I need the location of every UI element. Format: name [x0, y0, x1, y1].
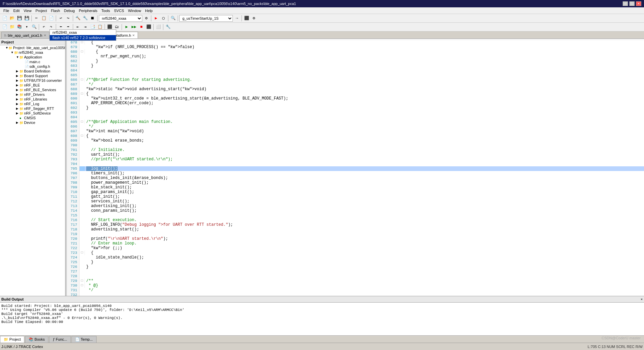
tree-nrf-libraries[interactable]: ▶ 📁 nRF_Libraries	[0, 97, 65, 102]
menu-window[interactable]: Window	[126, 8, 143, 13]
code-line-722: 722 "kw">for (;;)	[67, 246, 644, 250]
code-line-684: 684	[67, 68, 644, 73]
download-button[interactable]: ▶	[153, 15, 159, 22]
target-dropdown[interactable]: nrf52840_xxaa	[99, 15, 142, 22]
cut-button[interactable]: ✂	[33, 15, 40, 22]
line-number: 681	[67, 54, 79, 59]
tb2-btn4[interactable]: 🔍	[31, 24, 37, 30]
menu-peripherals[interactable]: Peripherals	[77, 8, 100, 13]
menu-tools[interactable]: Tools	[100, 8, 112, 13]
fold-marker[interactable]: □	[79, 77, 85, 82]
tree-board-support[interactable]: ▶ 📁 Board Support	[0, 73, 65, 78]
fold-marker[interactable]: □	[79, 134, 85, 138]
stop-build-button[interactable]: ⏹	[89, 15, 96, 22]
menu-help[interactable]: Help	[143, 8, 155, 13]
tb2-btn1[interactable]: 📄	[1, 24, 8, 30]
tb2-btn17[interactable]: ■	[138, 24, 145, 30]
redo-button[interactable]: ↪	[65, 15, 71, 22]
fold-marker[interactable]: □	[79, 49, 85, 54]
build-output-close[interactable]: ✕	[641, 297, 643, 301]
code-content: }	[85, 63, 644, 68]
menu-view[interactable]: View	[22, 8, 34, 13]
tb2-dropdown[interactable]: ▾	[23, 24, 30, 30]
tree-project-root[interactable]: ▼ 📁 Project: ble_app_uart_pca10056_s140	[0, 45, 65, 50]
tab-close-1[interactable]: ✕	[44, 34, 46, 37]
folder-icon: 📁	[19, 121, 24, 125]
tree-application[interactable]: ▼ 📁 Application	[0, 55, 65, 59]
tree-device[interactable]: ▶ 📁 Device	[0, 120, 65, 125]
line-number: 723	[67, 250, 79, 255]
copy-button[interactable]: 📋	[40, 15, 47, 22]
code-line-681: 681 nrf_pwr_mgmt_run();	[67, 54, 644, 59]
target-settings-button[interactable]: ⚙	[143, 15, 150, 22]
search-button[interactable]: 🔍	[170, 15, 176, 22]
function-dropdown[interactable]: g_usTimerStartUp_1S	[179, 15, 233, 22]
bottom-tab-project[interactable]: 📁 Project	[0, 336, 24, 343]
fold-marker[interactable]: □	[79, 283, 85, 288]
tree-nrf-ble[interactable]: ▶ 📁 nRF_BLE	[0, 83, 65, 88]
menu-svcs[interactable]: SVCS	[112, 8, 126, 13]
menu-debug[interactable]: Debug	[62, 8, 77, 13]
build-output-content: Build started: Project: ble_app_uart_pca…	[0, 303, 644, 335]
line-number: 696	[67, 124, 79, 129]
tab-close-3[interactable]: ✕	[132, 34, 135, 37]
fold-marker[interactable]: □	[79, 120, 85, 124]
tree-sdk-config[interactable]: 📄 sdk_config.h	[0, 64, 65, 69]
paste-button[interactable]: 📄	[48, 15, 54, 22]
misc-btn1[interactable]: ⬛	[243, 15, 250, 22]
misc-btn2[interactable]: ⚙	[251, 15, 257, 22]
project-tree: nrf52840_xxaa flash s140 nrf52 7.2.0 sof…	[0, 45, 65, 296]
build-button[interactable]: 🔨	[74, 15, 81, 22]
go-to-func-button[interactable]: →	[233, 15, 240, 22]
rebuild-button[interactable]: 🔧	[82, 15, 89, 22]
menu-edit[interactable]: Edit	[11, 8, 22, 13]
tree-nrf-ble-services[interactable]: ▶ 📁 nRF_BLE_Services	[0, 88, 65, 92]
code-content: ble_stack_init();	[85, 185, 644, 190]
bottom-tab-functions[interactable]: ƒ Func...	[49, 336, 71, 343]
tree-utf[interactable]: ▶ 📁 UTF8/UTF16 converter	[0, 78, 65, 83]
menu-flash[interactable]: Flash	[49, 8, 62, 13]
tab-ble-app[interactable]: h ble_app_uart_pca1.h ✕	[1, 32, 49, 38]
bottom-tab-books[interactable]: 📚 Books	[25, 336, 48, 343]
tree-nrf-drivers[interactable]: ▶ 📁 nRF_Drivers	[0, 92, 65, 97]
code-editor[interactable]: 678□ {679 "kw">if (NRF_LOG_PROCESS() == …	[67, 40, 644, 296]
undo-button[interactable]: ↩	[57, 15, 64, 22]
line-number: 728	[67, 274, 79, 279]
fold-marker[interactable]: □	[79, 250, 85, 255]
open-file-button[interactable]: 📂	[9, 15, 15, 22]
tree-main-c[interactable]: 📄 main.c	[0, 59, 65, 64]
tb2-btn19[interactable]: ⬜	[155, 24, 162, 30]
minimize-button[interactable]: ─	[623, 1, 628, 6]
tb2-btn3[interactable]: 📚	[16, 24, 23, 30]
save-button[interactable]: 💾	[16, 15, 23, 22]
tree-nrf52840[interactable]: ▼ 📁 nrf52840_xxaa	[0, 50, 65, 55]
menu-file[interactable]: File	[1, 8, 11, 13]
fold-marker[interactable]: □	[79, 279, 85, 283]
new-file-button[interactable]: 📄	[1, 15, 8, 22]
fold-marker[interactable]: □	[79, 92, 85, 96]
bottom-tab-templates[interactable]: 📄 Temp...	[71, 336, 97, 343]
code-line-700: 700	[67, 143, 644, 148]
menu-project[interactable]: Project	[33, 8, 49, 13]
tb2-btn20[interactable]: 🔧	[165, 24, 171, 30]
sep11	[73, 24, 73, 30]
line-number: 688	[67, 87, 79, 92]
tree-nrf-segger[interactable]: ▶ 📁 nRF_Segger_RTT	[0, 106, 65, 111]
fold-marker[interactable]: □	[79, 40, 85, 45]
code-line-686: 686□/**@brief Function for starting adve…	[67, 77, 644, 82]
tb2-btn2[interactable]: 📁	[9, 24, 15, 30]
tree-nrf-log[interactable]: ▶ 📁 nRF_Log	[0, 102, 65, 106]
tree-board-definition[interactable]: ▶ 📁 Board Definition	[0, 69, 65, 73]
erase-button[interactable]: ◯	[160, 15, 167, 22]
tb2-btn15[interactable]: ▶	[123, 24, 130, 30]
save-all-button[interactable]: 💾	[23, 15, 30, 22]
tree-cmsis[interactable]: ● CMSIS	[0, 116, 65, 120]
tb2-btn18[interactable]: ⬛	[145, 24, 152, 30]
tb2-btn5[interactable]: ↶	[40, 24, 47, 30]
sep2	[56, 15, 56, 21]
close-button[interactable]: ✕	[636, 1, 641, 6]
tb2-btn16[interactable]: ▶▶	[131, 24, 137, 30]
tree-nrf-softdevice[interactable]: ▶ 📁 nRF_SoftDevice	[0, 111, 65, 116]
maximize-button[interactable]: □	[629, 1, 635, 6]
line-number: 711	[67, 194, 79, 199]
